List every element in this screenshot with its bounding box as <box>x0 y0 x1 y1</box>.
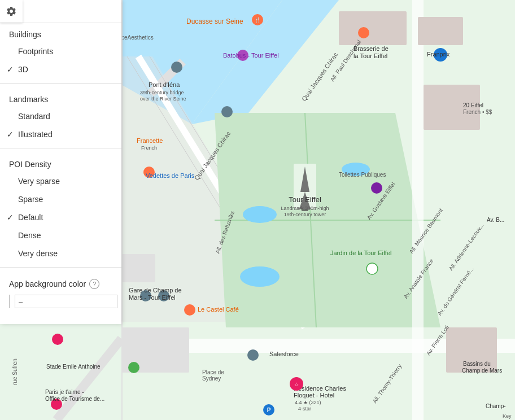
svg-text:Le Castel Café: Le Castel Café <box>198 306 239 313</box>
divider-1 <box>0 83 121 84</box>
svg-text:🍴: 🍴 <box>254 16 261 24</box>
panel-content: Buildings Footprints ✓ 3D Landmarks Stan… <box>0 23 121 315</box>
svg-text:Ducasse sur Seine: Ducasse sur Seine <box>186 18 243 25</box>
svg-text:Pont d'Iéna: Pont d'Iéna <box>149 81 180 88</box>
very-dense-item[interactable]: Very dense <box>0 244 121 262</box>
svg-point-39 <box>371 182 382 194</box>
svg-text:Mars - Tour Eiffel: Mars - Tour Eiffel <box>129 294 176 301</box>
svg-text:20 Eiffel: 20 Eiffel <box>463 102 483 108</box>
svg-text:4-star: 4-star <box>298 406 311 412</box>
svg-point-15 <box>243 206 277 223</box>
svg-text:Key: Key <box>503 413 512 419</box>
landmarks-section: Landmarks Standard ✓ Illustrated <box>0 88 121 143</box>
buildings-section: Buildings Footprints ✓ 3D <box>0 23 121 78</box>
svg-point-17 <box>240 266 280 287</box>
3d-item[interactable]: ✓ 3D <box>0 60 121 78</box>
illustrated-label: Illustrated <box>18 130 53 139</box>
svg-point-95 <box>247 349 259 361</box>
svg-point-29 <box>358 27 369 38</box>
svg-text:Batobus - Tour Eiffel: Batobus - Tour Eiffel <box>223 52 279 59</box>
svg-text:French: French <box>141 145 157 151</box>
dense-item[interactable]: Dense <box>0 226 121 244</box>
default-check-icon: ✓ <box>7 213 14 222</box>
standard-item[interactable]: Standard <box>0 107 121 125</box>
illustrated-item[interactable]: ✓ Illustrated <box>0 125 121 143</box>
color-input[interactable] <box>15 295 117 308</box>
svg-point-31 <box>184 304 195 316</box>
divider-3 <box>0 267 121 268</box>
svg-point-33 <box>221 106 233 117</box>
svg-text:Paris je t'aime -: Paris je t'aime - <box>45 389 84 395</box>
svg-text:19th-century tower: 19th-century tower <box>284 212 326 217</box>
bg-color-label-row: App background color ? <box>9 279 112 289</box>
very-sparse-label: Very sparse <box>18 177 60 186</box>
default-item[interactable]: ✓ Default <box>0 208 121 226</box>
default-label: Default <box>18 213 43 222</box>
landmarks-header: Landmarks <box>0 88 121 107</box>
poi-density-header: POI Density <box>0 153 121 172</box>
footprints-item[interactable]: Footprints <box>0 42 121 60</box>
svg-text:over the River Seine: over the River Seine <box>140 96 186 102</box>
settings-gear-button[interactable] <box>0 0 23 23</box>
svg-text:Stade Emile Anthoine: Stade Emile Anthoine <box>46 364 101 370</box>
svg-point-42 <box>128 362 139 373</box>
gear-icon <box>6 6 17 17</box>
svg-text:Gare de Champ de: Gare de Champ de <box>129 287 182 294</box>
svg-text:Tour Eiffel: Tour Eiffel <box>289 195 321 204</box>
sparse-item[interactable]: Sparse <box>0 190 121 208</box>
svg-text:Bassins du: Bassins du <box>463 361 491 367</box>
svg-text:Vedettes de Paris: Vedettes de Paris <box>146 172 195 179</box>
help-icon[interactable]: ? <box>89 279 99 289</box>
sparse-label: Sparse <box>18 195 43 204</box>
svg-text:Champ-: Champ- <box>486 403 506 409</box>
dense-label: Dense <box>18 231 41 240</box>
svg-text:Jardin de la Tour Eiffel: Jardin de la Tour Eiffel <box>330 250 391 256</box>
divider-2 <box>0 148 121 148</box>
settings-panel: Buildings Footprints ✓ 3D Landmarks Stan… <box>0 0 121 324</box>
svg-text:Champ de Mars: Champ de Mars <box>462 368 502 374</box>
svg-text:Landmark 330m-high: Landmark 330m-high <box>281 205 329 211</box>
svg-text:Office de Tourisme de...: Office de Tourisme de... <box>45 396 104 402</box>
svg-line-26 <box>56 339 121 420</box>
svg-rect-25 <box>121 254 155 282</box>
svg-rect-21 <box>418 17 463 45</box>
standard-label: Standard <box>18 112 50 121</box>
svg-text:French • $$: French • $$ <box>463 109 492 115</box>
svg-text:P: P <box>267 407 271 413</box>
color-swatch[interactable] <box>9 295 10 308</box>
svg-text:Place de: Place de <box>202 369 224 375</box>
svg-text:rue Sufren: rue Sufren <box>12 358 18 385</box>
svg-rect-20 <box>339 11 407 45</box>
footprints-label: Footprints <box>18 47 53 56</box>
color-picker-row <box>9 295 112 308</box>
svg-point-32 <box>171 62 182 73</box>
svg-text:ceAesthetics: ceAesthetics <box>121 34 154 41</box>
svg-text:Franprix: Franprix <box>427 51 450 58</box>
svg-text:Francette: Francette <box>137 137 163 144</box>
poi-density-section: POI Density Very sparse Sparse ✓ Default… <box>0 153 121 262</box>
svg-text:Sydney: Sydney <box>202 375 221 382</box>
svg-rect-98 <box>121 0 123 420</box>
svg-text:39th-century bridge: 39th-century bridge <box>140 90 184 95</box>
svg-point-41 <box>52 334 63 345</box>
very-dense-label: Very dense <box>18 249 58 258</box>
illustrated-check-icon: ✓ <box>7 130 14 139</box>
bg-color-text: App background color <box>9 279 86 288</box>
buildings-header: Buildings <box>0 23 121 42</box>
3d-label: 3D <box>18 65 28 74</box>
svg-text:Salesforce: Salesforce <box>269 351 299 357</box>
svg-text:4.4 ★ (321): 4.4 ★ (321) <box>295 400 321 405</box>
svg-text:Floquet - Hotel: Floquet - Hotel <box>294 392 334 399</box>
svg-rect-19 <box>412 0 424 420</box>
3d-check-icon: ✓ <box>7 65 14 74</box>
svg-text:Toilettes Publiques: Toilettes Publiques <box>339 172 386 178</box>
svg-text:la Tour Eiffel: la Tour Eiffel <box>353 53 387 59</box>
app-bg-color-section: App background color ? <box>0 272 121 315</box>
svg-text:☆: ☆ <box>294 382 299 387</box>
svg-point-40 <box>366 263 378 274</box>
very-sparse-item[interactable]: Very sparse <box>0 172 121 190</box>
svg-text:Av. B...: Av. B... <box>487 217 504 223</box>
